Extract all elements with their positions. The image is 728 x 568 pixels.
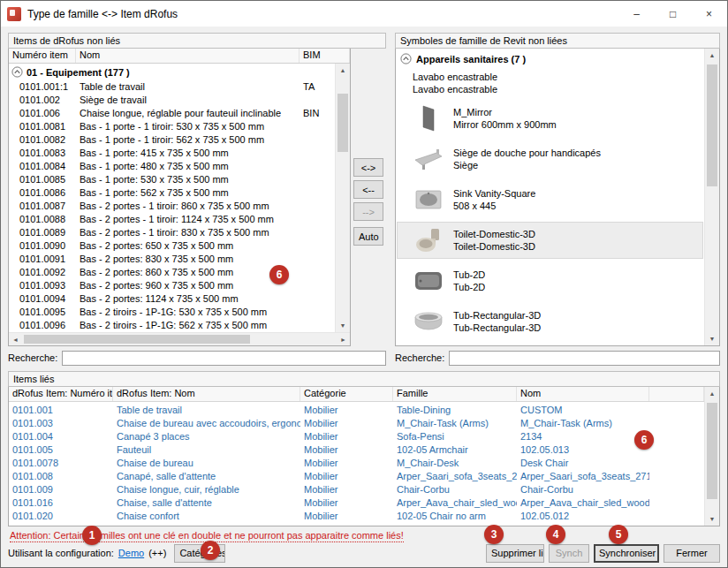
- linked-famille-nom-cell: CUSTOM: [517, 405, 649, 415]
- delete-link-button[interactable]: Supprimer lien: [486, 544, 544, 563]
- linked-item-row[interactable]: 0101.001Table de travailMobilierTable-Di…: [9, 403, 704, 416]
- scroll-right-icon[interactable]: ►: [337, 333, 350, 345]
- scrollbar-thumb[interactable]: [24, 335, 250, 344]
- item-name-cell: Bas - 1 porte - 1 tiroir: 530 x 735 x 50…: [76, 121, 300, 132]
- family-search-input[interactable]: [449, 351, 720, 366]
- item-name-cell: Bas - 2 portes: 1124 x 735 x 500 mm: [76, 293, 300, 304]
- linked-item-row[interactable]: 0101.016Chaise, salle d'attenteMobilierA…: [9, 496, 704, 509]
- synch-button[interactable]: Synch: [549, 544, 589, 563]
- maximize-button[interactable]: □: [655, 1, 691, 27]
- scrollbar-thumb[interactable]: [337, 94, 348, 152]
- item-number-cell: 0101.0082: [9, 134, 76, 145]
- unlinked-item-row[interactable]: 0101.0083Bas - 1 porte: 415 x 735 x 500 …: [9, 146, 335, 159]
- unlinked-item-row[interactable]: 0101.0089Bas - 2 portes - 1 tiroir: 830 …: [9, 225, 335, 239]
- column-header-nom[interactable]: Nom: [76, 49, 300, 63]
- linked-item-row[interactable]: 0101.0078Chaise de bureauMobilierM_Chair…: [9, 456, 704, 469]
- item-number-cell: 0101.0086: [9, 187, 76, 198]
- family-item[interactable]: M_MirrorMirror 600mm x 900mm: [397, 100, 703, 137]
- unlinked-search-label: Recherche:: [8, 352, 57, 363]
- unlinked-item-row[interactable]: 0101.0088Bas - 2 portes - 1 tiroir: 1124…: [9, 212, 335, 225]
- family-item[interactable]: Toilet-Domestic-3DToilet-Domestic-3D: [397, 222, 703, 259]
- scrollbar-thumb[interactable]: [707, 64, 717, 186]
- config-link[interactable]: Demo: [118, 548, 144, 558]
- transfer-both-button[interactable]: <->: [353, 158, 383, 177]
- unlinked-item-row[interactable]: 0101.006Chaise longue, réglable pour fau…: [9, 106, 335, 119]
- family-item[interactable]: Tub-Rectangular-3DTub-Rectangular-3D: [397, 303, 703, 340]
- scrollbar-thumb[interactable]: [707, 403, 717, 499]
- auto-link-button[interactable]: Auto: [353, 227, 383, 246]
- unlinked-item-row[interactable]: 0101.0082Bas - 1 porte - 1 tiroir: 562 x…: [9, 133, 335, 146]
- column-header-drofus-numero[interactable]: dRofus Item: Numéro item: [9, 387, 113, 401]
- scroll-up-icon[interactable]: ▲: [705, 387, 719, 400]
- scrollbar-track[interactable]: [336, 77, 350, 319]
- family-item-text: Sink Vanity-Square508 x 445: [453, 187, 535, 212]
- linked-nom-cell: Chaise de bureau: [113, 458, 300, 468]
- transfer-right-button[interactable]: -->: [353, 202, 383, 221]
- scroll-left-icon[interactable]: ◄: [9, 333, 22, 345]
- unlinked-item-row[interactable]: 0101.0090Bas - 2 portes: 650 x 735 x 500…: [9, 239, 335, 252]
- unlinked-item-row[interactable]: 0101.0096Bas - 2 tiroirs - 1P-1G: 562 x …: [9, 318, 335, 331]
- item-number-cell: 0101.0089: [9, 227, 76, 238]
- unlinked-item-row[interactable]: 0101.002Siège de travail: [9, 93, 335, 106]
- unlinked-item-row[interactable]: 0101.001:1Table de travailTA: [9, 80, 335, 93]
- scroll-down-icon[interactable]: ▼: [336, 319, 350, 332]
- unlinked-horizontal-scrollbar[interactable]: ◄ ►: [9, 332, 350, 345]
- column-header-drofus-nom[interactable]: dRofus Item: Nom: [113, 387, 300, 401]
- scrollbar-track[interactable]: [705, 62, 719, 332]
- unlinked-item-row[interactable]: 0101.0091Bas - 2 portes: 830 x 735 x 500…: [9, 252, 335, 265]
- linked-vertical-scrollbar[interactable]: ▲ ▼: [704, 387, 719, 526]
- collapse-icon[interactable]: [400, 53, 412, 64]
- linked-categorie-cell: Mobilier: [300, 431, 393, 442]
- family-group-row[interactable]: Appareils sanitaires (7 ): [396, 50, 704, 69]
- linked-famille-cell: 102-05 Chair no arm: [393, 511, 517, 521]
- linked-item-row[interactable]: 0101.004Canapé 3 placesMobilierSofa-Pens…: [9, 429, 704, 443]
- family-item[interactable]: Tub-2DTub-2D: [397, 262, 703, 299]
- scroll-down-icon[interactable]: ▼: [705, 512, 719, 526]
- synchronize-all-button[interactable]: Synchroniser t: [594, 544, 659, 563]
- scrollbar-track[interactable]: [705, 400, 719, 512]
- scrollbar-track[interactable]: [22, 333, 337, 345]
- scroll-up-icon[interactable]: ▲: [336, 64, 350, 77]
- linked-item-row[interactable]: 0101.003Chaise de bureau avec accoudoirs…: [9, 416, 704, 429]
- unlinked-item-row[interactable]: 0101.0084Bas - 1 porte: 480 x 735 x 500 …: [9, 159, 335, 172]
- linked-item-row[interactable]: 0101.020Chaise confortMobilier102-05 Cha…: [9, 509, 704, 522]
- sink-icon: [413, 186, 444, 214]
- linked-item-row[interactable]: 0101.005FauteuilMobilier102-05 Armchair1…: [9, 443, 704, 456]
- linked-item-row[interactable]: 0101.008Canapé, salle d'attenteMobilierA…: [9, 469, 704, 482]
- family-item[interactable]: Lavabo encastrableLavabo encastrable: [397, 69, 703, 97]
- unlinked-item-row[interactable]: 0101.0086Bas - 1 porte: 562 x 735 x 500 …: [9, 186, 335, 199]
- item-number-cell: 0101.0090: [9, 240, 76, 251]
- unlinked-search-input[interactable]: [62, 351, 386, 366]
- group-row[interactable]: 01 - Equipement (177 ): [9, 64, 335, 80]
- column-header-bim[interactable]: BIM: [300, 49, 350, 63]
- linked-item-row[interactable]: 0101.009Chaise longue, cuir, réglableMob…: [9, 482, 704, 496]
- family-item[interactable]: Sink Vanity-Square508 x 445: [397, 181, 703, 218]
- close-dialog-button[interactable]: Fermer: [664, 544, 720, 563]
- column-header-numero-item[interactable]: Numéro item: [9, 49, 76, 63]
- titlebar: Type de famille <-> Item dRofus – □ ×: [1, 1, 727, 27]
- item-number-cell: 0101.001:1: [9, 81, 76, 92]
- unlinked-families-panel-title: Symboles de famille de Revit non liées: [395, 33, 720, 49]
- unlinked-vertical-scrollbar[interactable]: ▲ ▼: [335, 64, 350, 332]
- item-name-cell: Chaise longue, réglable pour fauteuil in…: [76, 108, 300, 118]
- unlinked-item-row[interactable]: 0101.0081Bas - 1 porte - 1 tiroir: 530 x…: [9, 119, 335, 133]
- unlinked-item-row[interactable]: 0101.0087Bas - 2 portes - 1 tiroir: 860 …: [9, 199, 335, 212]
- minimize-button[interactable]: –: [618, 1, 655, 27]
- close-button[interactable]: ×: [691, 1, 727, 27]
- scroll-up-icon[interactable]: ▲: [705, 49, 719, 62]
- transfer-left-button[interactable]: <--: [353, 180, 383, 199]
- scroll-down-icon[interactable]: ▼: [705, 332, 719, 345]
- unlinked-item-row[interactable]: 0101.0085Bas - 1 porte: 530 x 735 x 500 …: [9, 172, 335, 186]
- family-item[interactable]: Siège de douche pour handicapésSiège: [397, 140, 703, 178]
- linked-nom-cell: Table de travail: [113, 405, 300, 415]
- unlinked-item-row[interactable]: 0101.0094Bas - 2 portes: 1124 x 735 x 50…: [9, 292, 335, 305]
- family-vertical-scrollbar[interactable]: ▲ ▼: [704, 49, 719, 345]
- item-number-cell: 0101.0084: [9, 161, 76, 171]
- collapse-icon[interactable]: [11, 66, 23, 78]
- column-header-categorie[interactable]: Catégorie: [300, 387, 393, 401]
- column-header-nom-famille[interactable]: Nom: [517, 387, 649, 401]
- linked-famille-cell: Chair-Corbu: [393, 484, 517, 495]
- column-header-famille[interactable]: Famille: [393, 387, 517, 401]
- mirror-icon: [413, 104, 444, 133]
- unlinked-item-row[interactable]: 0101.0095Bas - 2 tiroirs - 1P-1G: 530 x …: [9, 305, 335, 318]
